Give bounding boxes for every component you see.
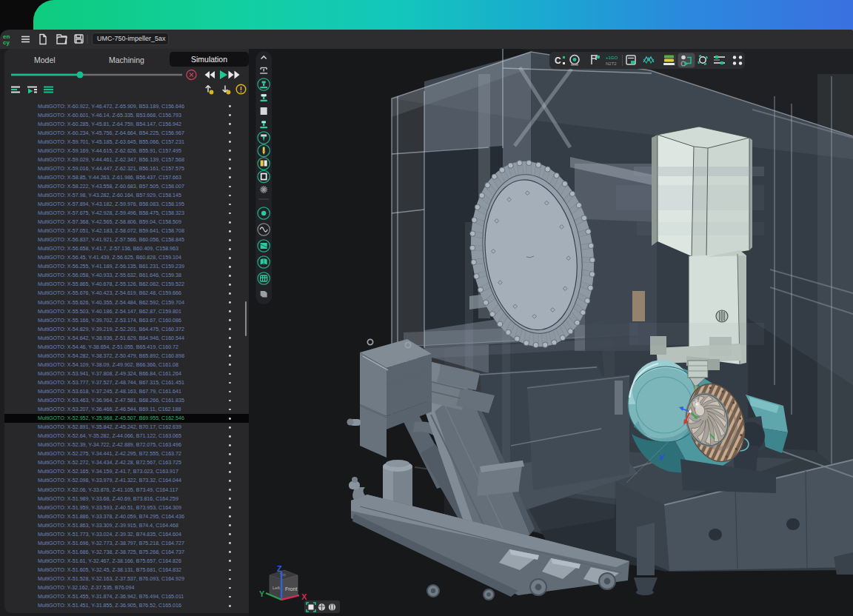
svg-text:X: X [301, 592, 307, 601]
svg-text:+1GO: +1GO [606, 56, 618, 60]
svg-text:16.5A: 16.5A [692, 420, 703, 424]
svg-text:Z: Z [277, 564, 282, 573]
svg-text:C: C [555, 56, 561, 66]
svg-text:Left: Left [272, 586, 280, 590]
svg-text:N2T2: N2T2 [606, 61, 617, 66]
svg-text:Y: Y [259, 589, 265, 598]
svg-text:Front: Front [285, 586, 297, 592]
